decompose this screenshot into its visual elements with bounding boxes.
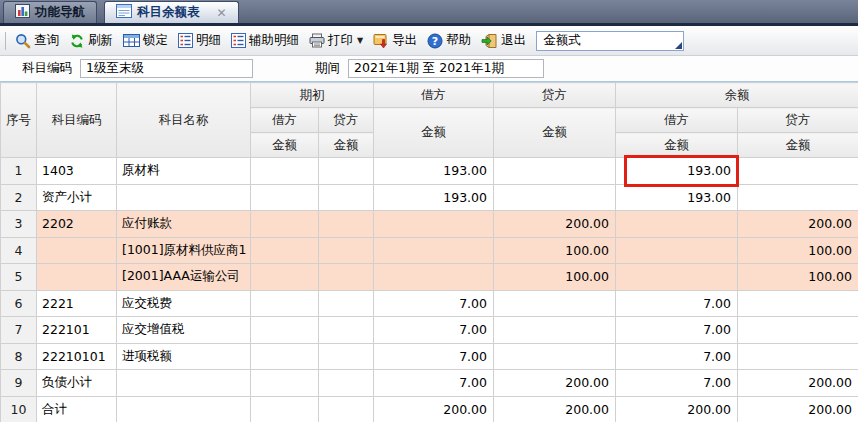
col-header-debit-amount: 金额	[374, 108, 494, 158]
lock-button[interactable]: 锁定	[121, 30, 170, 51]
row-name	[117, 370, 251, 397]
col-header-debit: 借方	[374, 83, 494, 108]
table-row[interactable]: 8 22210101 进项税额 7.00 7.00	[1, 343, 858, 370]
table-row[interactable]: 9 负债小计 7.00 200.00 7.00 200.00	[1, 370, 858, 397]
cell-opening-credit	[319, 158, 374, 185]
report-icon	[116, 4, 132, 21]
cell-balance-debit: 200.00	[616, 396, 738, 422]
table-row[interactable]: 7 222101 应交增值税 7.00 7.00	[1, 317, 858, 344]
cell-debit	[374, 264, 494, 291]
aux-detail-button[interactable]: 辅助明细	[229, 30, 301, 51]
combo-grip-icon	[675, 42, 682, 49]
button-label: 导出	[392, 32, 417, 49]
cell-balance-credit: 200.00	[738, 211, 858, 238]
account-code-input[interactable]: 1级至末级	[80, 59, 253, 78]
cell-opening-debit	[251, 158, 319, 185]
row-seq: 9	[1, 370, 37, 397]
table-row[interactable]: 6 2221 应交税费 7.00 7.00	[1, 290, 858, 317]
row-name: 应付账款	[117, 211, 251, 238]
view-mode-value: 金额式	[543, 32, 581, 49]
col-header-balance: 余额	[616, 83, 858, 108]
cell-credit: 100.00	[494, 264, 616, 291]
button-label: 锁定	[143, 32, 168, 49]
col-header-code: 科目编码	[37, 83, 117, 158]
cell-balance-credit	[738, 184, 858, 211]
cell-balance-credit: 200.00	[738, 370, 858, 397]
row-name: 原材料	[117, 158, 251, 185]
cell-credit	[494, 343, 616, 370]
row-seq: 1	[1, 158, 37, 185]
toolbar-separator	[5, 32, 6, 50]
filter-bar: 科目编码 1级至末级 期间 2021年1期 至 2021年1期	[0, 56, 858, 82]
cell-opening-credit	[319, 237, 374, 264]
export-icon	[373, 33, 389, 49]
cell-opening-credit	[319, 211, 374, 238]
row-code: 负债小计	[37, 370, 117, 397]
table-header: 序号 科目编码 科目名称 期初 借方 贷方 余额 借方 贷方 金额 金额 借方 …	[1, 83, 858, 158]
view-mode-select[interactable]: 金额式	[536, 31, 684, 51]
tab-function-nav[interactable]: 功能导航	[3, 1, 97, 23]
table-row[interactable]: 1 1403 原材料 193.00 193.00	[1, 158, 858, 185]
detail-button[interactable]: 明细	[176, 30, 223, 51]
cell-opening-debit	[251, 396, 319, 422]
search-icon	[15, 33, 31, 49]
row-code: 合计	[37, 396, 117, 422]
exit-button[interactable]: 退出	[479, 30, 528, 51]
tab-balance-table[interactable]: 科目余额表 ✕	[104, 1, 239, 23]
row-name: 应交税费	[117, 290, 251, 317]
table-row[interactable]: 2 资产小计 193.00 193.00	[1, 184, 858, 211]
cell-opening-debit	[251, 317, 319, 344]
row-code: 22210101	[37, 343, 117, 370]
query-button[interactable]: 查询	[13, 30, 61, 51]
col-header-balance-credit-amount: 金额	[738, 133, 858, 158]
col-header-credit-amount: 金额	[494, 108, 616, 158]
close-icon[interactable]: ✕	[217, 6, 227, 20]
aux-detail-list-icon	[231, 33, 246, 48]
refresh-icon	[69, 33, 85, 49]
svg-text:?: ?	[432, 35, 438, 48]
tab-label: 科目余额表	[137, 4, 200, 21]
cell-opening-credit	[319, 370, 374, 397]
col-header-opening-credit: 贷方	[319, 108, 374, 133]
col-header-balance-debit-amount: 金额	[616, 133, 738, 158]
table-row[interactable]: 10 合计 200.00 200.00 200.00 200.00	[1, 396, 858, 422]
row-seq: 6	[1, 290, 37, 317]
cell-balance-credit	[738, 158, 858, 185]
button-label: 打印	[328, 32, 353, 49]
row-code: 222101	[37, 317, 117, 344]
cell-balance-debit: 7.00	[616, 317, 738, 344]
cell-balance-credit	[738, 317, 858, 344]
cell-balance-debit	[616, 211, 738, 238]
period-input[interactable]: 2021年1期 至 2021年1期	[348, 59, 544, 78]
col-header-seq: 序号	[1, 83, 37, 158]
row-code: 资产小计	[37, 184, 117, 211]
table-row[interactable]: 3 2202 应付账款 200.00 200.00	[1, 211, 858, 238]
cell-credit: 100.00	[494, 237, 616, 264]
button-label: 刷新	[88, 32, 113, 49]
cell-balance-debit: 7.00	[616, 370, 738, 397]
row-code	[37, 264, 117, 291]
cell-opening-debit	[251, 343, 319, 370]
help-button[interactable]: ? 帮助	[425, 30, 473, 51]
col-header-credit: 贷方	[494, 83, 616, 108]
row-name	[117, 396, 251, 422]
print-button[interactable]: 打印 ▼	[307, 30, 365, 51]
account-code-label: 科目编码	[22, 60, 72, 77]
help-icon: ?	[427, 33, 443, 49]
refresh-button[interactable]: 刷新	[67, 30, 115, 51]
col-header-opening-debit-amount: 金额	[251, 133, 319, 158]
export-button[interactable]: 导出	[371, 30, 419, 51]
cell-opening-credit	[319, 184, 374, 211]
col-header-opening-debit: 借方	[251, 108, 319, 133]
table-row[interactable]: 4 [1001]原材料供应商1 100.00 100.00	[1, 237, 858, 264]
row-seq: 8	[1, 343, 37, 370]
cell-balance-credit	[738, 343, 858, 370]
row-code: 2221	[37, 290, 117, 317]
cell-credit	[494, 184, 616, 211]
row-seq: 4	[1, 237, 37, 264]
button-label: 查询	[34, 32, 59, 49]
table-row[interactable]: 5 [2001]AAA运输公司 100.00 100.00	[1, 264, 858, 291]
row-code: 2202	[37, 211, 117, 238]
row-seq: 7	[1, 317, 37, 344]
row-seq: 2	[1, 184, 37, 211]
